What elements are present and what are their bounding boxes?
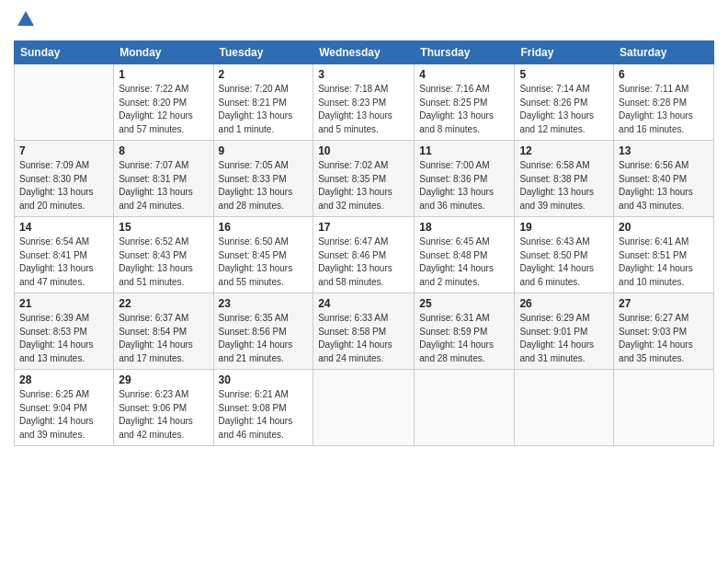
day-info: Sunrise: 6:58 AM Sunset: 8:38 PM Dayligh…: [519, 159, 609, 213]
day-number: 10: [318, 144, 409, 157]
day-info: Sunrise: 7:14 AM Sunset: 8:26 PM Dayligh…: [519, 83, 609, 136]
calendar-cell: [515, 370, 614, 446]
day-number: 3: [318, 68, 409, 81]
day-info: Sunrise: 7:07 AM Sunset: 8:31 PM Dayligh…: [119, 159, 208, 213]
calendar-cell: [614, 370, 714, 446]
calendar-cell: 23Sunrise: 6:35 AM Sunset: 8:56 PM Dayli…: [213, 293, 313, 370]
day-info: Sunrise: 6:52 AM Sunset: 8:43 PM Dayligh…: [119, 236, 208, 289]
day-info: Sunrise: 6:27 AM Sunset: 9:03 PM Dayligh…: [619, 312, 709, 365]
calendar-cell: 19Sunrise: 6:43 AM Sunset: 8:50 PM Dayli…: [515, 217, 614, 293]
day-info: Sunrise: 6:29 AM Sunset: 9:01 PM Dayligh…: [519, 312, 609, 365]
calendar-cell: 1Sunrise: 7:22 AM Sunset: 8:20 PM Daylig…: [114, 64, 213, 141]
day-info: Sunrise: 7:00 AM Sunset: 8:36 PM Dayligh…: [419, 159, 509, 213]
calendar-cell: 16Sunrise: 6:50 AM Sunset: 8:45 PM Dayli…: [213, 217, 313, 293]
logo: [14, 9, 36, 33]
week-row: 1Sunrise: 7:22 AM Sunset: 8:20 PM Daylig…: [15, 64, 714, 141]
column-header-thursday: Thursday: [415, 41, 515, 64]
header: [14, 9, 714, 33]
calendar-cell: 24Sunrise: 6:33 AM Sunset: 8:58 PM Dayli…: [313, 293, 415, 370]
column-header-wednesday: Wednesday: [313, 41, 415, 64]
calendar-cell: 21Sunrise: 6:39 AM Sunset: 8:53 PM Dayli…: [15, 293, 114, 370]
calendar-cell: 8Sunrise: 7:07 AM Sunset: 8:31 PM Daylig…: [114, 141, 213, 217]
day-info: Sunrise: 7:11 AM Sunset: 8:28 PM Dayligh…: [619, 83, 709, 136]
day-info: Sunrise: 7:02 AM Sunset: 8:35 PM Dayligh…: [318, 159, 409, 213]
day-number: 4: [419, 68, 509, 81]
column-header-monday: Monday: [114, 41, 213, 64]
day-number: 9: [219, 144, 309, 157]
day-number: 21: [19, 297, 108, 310]
calendar-cell: 6Sunrise: 7:11 AM Sunset: 8:28 PM Daylig…: [614, 64, 714, 141]
day-info: Sunrise: 6:47 AM Sunset: 8:46 PM Dayligh…: [318, 236, 409, 289]
day-number: 24: [318, 297, 409, 310]
calendar-cell: 9Sunrise: 7:05 AM Sunset: 8:33 PM Daylig…: [213, 141, 313, 217]
calendar-cell: 5Sunrise: 7:14 AM Sunset: 8:26 PM Daylig…: [515, 64, 614, 141]
calendar-cell: 29Sunrise: 6:23 AM Sunset: 9:06 PM Dayli…: [114, 370, 213, 446]
calendar-cell: 20Sunrise: 6:41 AM Sunset: 8:51 PM Dayli…: [614, 217, 714, 293]
calendar-cell: 11Sunrise: 7:00 AM Sunset: 8:36 PM Dayli…: [415, 141, 515, 217]
calendar-cell: 12Sunrise: 6:58 AM Sunset: 8:38 PM Dayli…: [515, 141, 614, 217]
column-header-saturday: Saturday: [614, 41, 714, 64]
week-row: 7Sunrise: 7:09 AM Sunset: 8:30 PM Daylig…: [15, 141, 714, 217]
day-number: 8: [119, 144, 208, 157]
day-info: Sunrise: 6:56 AM Sunset: 8:40 PM Dayligh…: [619, 159, 709, 213]
day-info: Sunrise: 6:21 AM Sunset: 9:08 PM Dayligh…: [219, 388, 309, 442]
day-number: 13: [619, 144, 709, 157]
day-info: Sunrise: 6:43 AM Sunset: 8:50 PM Dayligh…: [519, 236, 609, 289]
column-header-sunday: Sunday: [15, 41, 114, 64]
day-number: 25: [419, 297, 509, 310]
day-number: 5: [519, 68, 609, 81]
calendar-cell: [313, 370, 415, 446]
day-number: 17: [318, 221, 409, 234]
day-number: 14: [19, 221, 108, 234]
day-number: 15: [119, 221, 208, 234]
day-info: Sunrise: 6:35 AM Sunset: 8:56 PM Dayligh…: [219, 312, 309, 365]
day-info: Sunrise: 6:23 AM Sunset: 9:06 PM Dayligh…: [119, 388, 208, 442]
calendar-cell: 27Sunrise: 6:27 AM Sunset: 9:03 PM Dayli…: [614, 293, 714, 370]
calendar-table: SundayMondayTuesdayWednesdayThursdayFrid…: [14, 40, 714, 446]
calendar-cell: 10Sunrise: 7:02 AM Sunset: 8:35 PM Dayli…: [313, 141, 415, 217]
day-number: 19: [519, 221, 609, 234]
calendar-cell: 15Sunrise: 6:52 AM Sunset: 8:43 PM Dayli…: [114, 217, 213, 293]
logo-icon: [16, 9, 36, 33]
day-number: 26: [519, 297, 609, 310]
day-info: Sunrise: 7:20 AM Sunset: 8:21 PM Dayligh…: [219, 83, 309, 136]
calendar-cell: 22Sunrise: 6:37 AM Sunset: 8:54 PM Dayli…: [114, 293, 213, 370]
day-number: 27: [619, 297, 709, 310]
day-info: Sunrise: 7:16 AM Sunset: 8:25 PM Dayligh…: [419, 83, 509, 136]
day-number: 16: [219, 221, 309, 234]
calendar-cell: [15, 64, 114, 141]
day-info: Sunrise: 6:31 AM Sunset: 8:59 PM Dayligh…: [419, 312, 509, 365]
calendar-cell: 13Sunrise: 6:56 AM Sunset: 8:40 PM Dayli…: [614, 141, 714, 217]
day-number: 11: [419, 144, 509, 157]
day-info: Sunrise: 7:05 AM Sunset: 8:33 PM Dayligh…: [219, 159, 309, 213]
page: SundayMondayTuesdayWednesdayThursdayFrid…: [0, 0, 728, 455]
calendar-cell: 2Sunrise: 7:20 AM Sunset: 8:21 PM Daylig…: [213, 64, 313, 141]
week-row: 21Sunrise: 6:39 AM Sunset: 8:53 PM Dayli…: [15, 293, 714, 370]
day-number: 22: [119, 297, 208, 310]
calendar-cell: 26Sunrise: 6:29 AM Sunset: 9:01 PM Dayli…: [515, 293, 614, 370]
calendar-cell: 18Sunrise: 6:45 AM Sunset: 8:48 PM Dayli…: [415, 217, 515, 293]
day-info: Sunrise: 7:22 AM Sunset: 8:20 PM Dayligh…: [119, 83, 208, 136]
day-info: Sunrise: 6:50 AM Sunset: 8:45 PM Dayligh…: [219, 236, 309, 289]
day-number: 6: [619, 68, 709, 81]
day-info: Sunrise: 6:25 AM Sunset: 9:04 PM Dayligh…: [19, 388, 108, 442]
day-info: Sunrise: 7:09 AM Sunset: 8:30 PM Dayligh…: [19, 159, 108, 213]
day-number: 20: [619, 221, 709, 234]
week-row: 28Sunrise: 6:25 AM Sunset: 9:04 PM Dayli…: [15, 370, 714, 446]
day-info: Sunrise: 6:41 AM Sunset: 8:51 PM Dayligh…: [619, 236, 709, 289]
calendar-cell: 3Sunrise: 7:18 AM Sunset: 8:23 PM Daylig…: [313, 64, 415, 141]
day-info: Sunrise: 6:37 AM Sunset: 8:54 PM Dayligh…: [119, 312, 208, 365]
header-row: SundayMondayTuesdayWednesdayThursdayFrid…: [15, 41, 714, 64]
calendar-cell: 17Sunrise: 6:47 AM Sunset: 8:46 PM Dayli…: [313, 217, 415, 293]
day-info: Sunrise: 6:45 AM Sunset: 8:48 PM Dayligh…: [419, 236, 509, 289]
day-number: 12: [519, 144, 609, 157]
calendar-cell: [415, 370, 515, 446]
calendar-cell: 30Sunrise: 6:21 AM Sunset: 9:08 PM Dayli…: [213, 370, 313, 446]
week-row: 14Sunrise: 6:54 AM Sunset: 8:41 PM Dayli…: [15, 217, 714, 293]
column-header-tuesday: Tuesday: [213, 41, 313, 64]
day-number: 29: [119, 373, 208, 386]
calendar-cell: 7Sunrise: 7:09 AM Sunset: 8:30 PM Daylig…: [15, 141, 114, 217]
svg-marker-0: [17, 11, 34, 26]
calendar-cell: 25Sunrise: 6:31 AM Sunset: 8:59 PM Dayli…: [415, 293, 515, 370]
day-info: Sunrise: 7:18 AM Sunset: 8:23 PM Dayligh…: [318, 83, 409, 136]
